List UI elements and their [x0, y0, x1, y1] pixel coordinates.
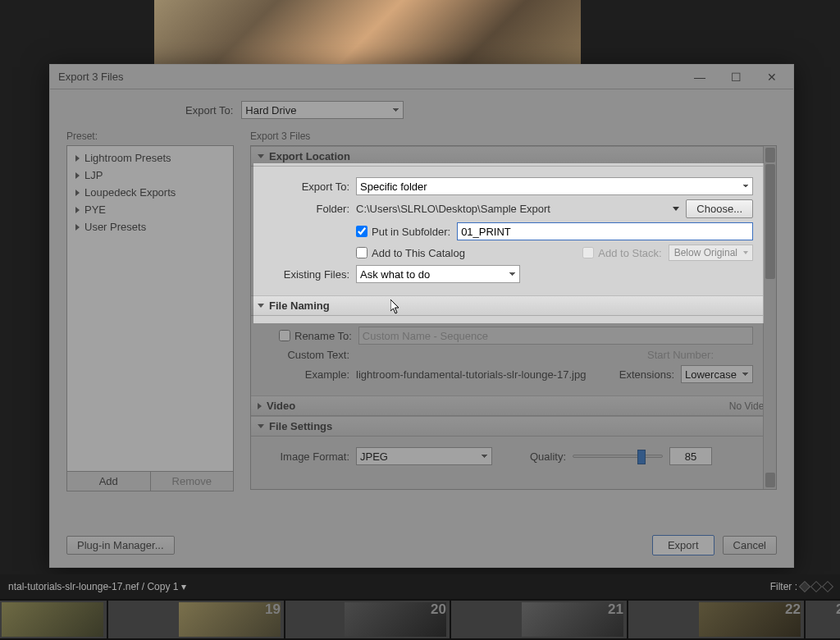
filmstrip-thumb[interactable]: 21: [451, 601, 627, 638]
plugin-manager-button[interactable]: Plug-in Manager...: [66, 536, 175, 555]
collapse-icon: [258, 304, 264, 308]
add-preset-button[interactable]: Add: [67, 472, 151, 491]
extensions-label: Extensions:: [619, 368, 674, 381]
window-title: Export 3 Files: [58, 71, 123, 83]
collapse-icon: [258, 424, 264, 428]
preset-item[interactable]: PYE: [67, 201, 233, 218]
folder-label: Folder:: [251, 203, 349, 215]
collapse-icon: [258, 154, 264, 158]
expand-icon: [75, 172, 80, 179]
filmstrip-thumb[interactable]: 19: [108, 601, 284, 638]
expand-icon: [75, 155, 80, 162]
right-col-label: Export 3 Files: [250, 130, 777, 142]
filmstrip-thumb[interactable]: 22: [628, 601, 804, 638]
preset-item[interactable]: LJP: [67, 167, 233, 184]
example-label: Example:: [251, 368, 349, 381]
scrollbar[interactable]: [763, 146, 776, 489]
preset-item[interactable]: Loupedeck Exports: [67, 184, 233, 201]
existing-files-label: Existing Files:: [251, 268, 349, 281]
image-format-label: Image Format:: [251, 450, 349, 463]
quality-input[interactable]: [669, 447, 712, 465]
expand-icon: [258, 403, 262, 409]
filter-label: Filter :: [770, 581, 797, 592]
status-bar: ntal-tutorials-slr-lounge-17.nef / Copy …: [0, 574, 840, 599]
filter-diamond-icon[interactable]: [822, 581, 833, 592]
quality-label: Quality:: [530, 450, 566, 463]
settings-panel: Export Location Export To: Specific fold…: [250, 145, 777, 490]
preset-item[interactable]: Lightroom Presets: [67, 149, 233, 167]
titlebar: Export 3 Files — ☐ ✕: [50, 65, 793, 89]
close-button[interactable]: ✕: [754, 66, 790, 89]
filter-diamond-icon[interactable]: [810, 581, 822, 592]
rename-to-checkbox[interactable]: Rename To:: [279, 330, 352, 342]
export-to-select[interactable]: Hard Drive: [241, 101, 404, 119]
minimize-button[interactable]: —: [682, 66, 718, 89]
preset-list[interactable]: Lightroom Presets LJP Loupedeck Exports …: [66, 145, 234, 472]
add-to-catalog-checkbox[interactable]: Add to This Catalog: [356, 247, 465, 259]
image-format-select[interactable]: JPEG: [356, 447, 492, 465]
expand-icon: [75, 190, 80, 196]
existing-files-select[interactable]: Ask what to do: [356, 265, 520, 283]
expand-icon: [75, 207, 80, 213]
folder-path: C:\Users\SLRLO\Desktop\Sample Export: [356, 203, 550, 215]
expand-icon: [75, 224, 80, 231]
location-export-to-label: Export To:: [251, 181, 349, 193]
section-video[interactable]: Video No Video: [251, 395, 776, 416]
filmstrip-thumb[interactable]: 20: [285, 601, 450, 638]
stack-position-select: Below Original: [669, 245, 753, 261]
custom-text-label: Custom Text:: [251, 349, 349, 361]
preset-item[interactable]: User Presets: [67, 218, 233, 235]
example-filename: lightroom-fundamental-tutorials-slr-loun…: [356, 368, 586, 381]
current-file[interactable]: ntal-tutorials-slr-lounge-17.nef / Copy …: [8, 581, 186, 592]
add-to-stack-checkbox: Add to Stack:: [582, 247, 661, 259]
location-export-to-select[interactable]: Specific folder: [356, 177, 753, 195]
filmstrip-thumb[interactable]: [0, 601, 107, 638]
maximize-button[interactable]: ☐: [718, 66, 754, 89]
filmstrip[interactable]: 19 20 21 22 23: [0, 599, 840, 640]
export-button[interactable]: Export: [652, 535, 714, 555]
section-file-naming[interactable]: File Naming: [251, 295, 776, 316]
start-number-label: Start Number:: [647, 349, 714, 361]
filter-diamond-icon[interactable]: [799, 581, 810, 592]
remove-preset-button[interactable]: Remove: [151, 472, 234, 491]
cancel-button[interactable]: Cancel: [723, 536, 777, 555]
filmstrip-thumb[interactable]: 23: [806, 601, 840, 638]
preset-label: Preset:: [66, 130, 234, 142]
rename-template-select: Custom Name - Sequence: [358, 327, 753, 345]
put-in-subfolder-checkbox[interactable]: Put in Subfolder:: [356, 226, 450, 238]
export-dialog: Export 3 Files — ☐ ✕ Export To: Hard Dri…: [49, 64, 794, 568]
export-to-label: Export To:: [185, 104, 233, 117]
quality-slider[interactable]: [573, 455, 663, 458]
section-export-location[interactable]: Export Location: [251, 146, 776, 167]
subfolder-input[interactable]: [457, 222, 753, 240]
extensions-select[interactable]: Lowercase: [681, 365, 753, 383]
choose-folder-button[interactable]: Choose...: [686, 199, 753, 218]
section-file-settings[interactable]: File Settings: [251, 416, 776, 437]
folder-dropdown-icon[interactable]: [673, 207, 679, 211]
